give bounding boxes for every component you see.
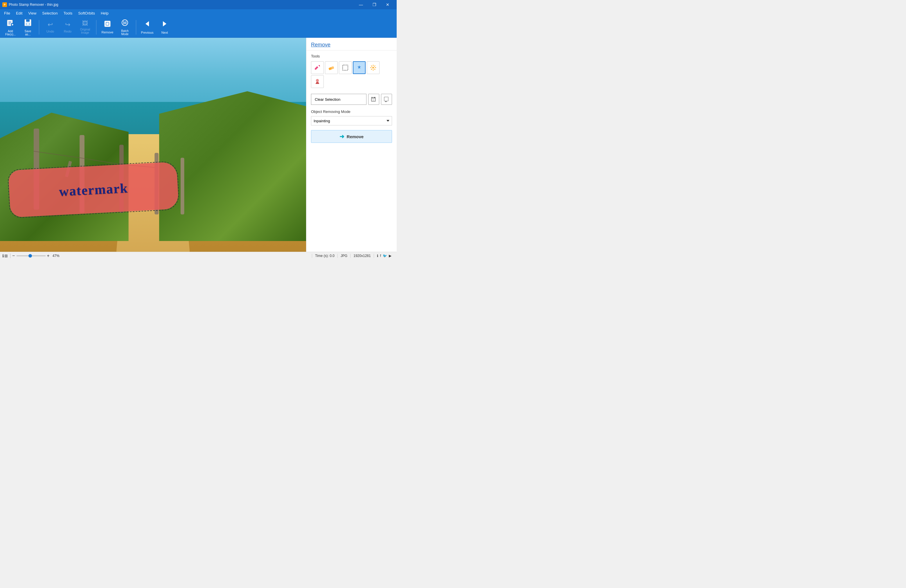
save-selection-button[interactable]	[368, 94, 379, 105]
undo-button[interactable]: ↩ Undo	[42, 19, 58, 36]
zoom-slider[interactable]	[16, 255, 46, 257]
object-removing-mode-label: Object Removing Mode	[311, 110, 392, 114]
save-as-button[interactable]: Saveas...	[20, 19, 36, 36]
next-button[interactable]: Next	[156, 19, 173, 36]
next-label: Next	[161, 31, 168, 34]
zoom-in-icon[interactable]: +	[47, 253, 49, 258]
svg-rect-45	[384, 97, 388, 101]
svg-marker-15	[163, 21, 166, 26]
load-selection-button[interactable]	[381, 94, 392, 105]
add-files-button[interactable]: AddFile(s)...	[2, 19, 19, 36]
svg-rect-10	[27, 23, 29, 25]
eraser-tool-button[interactable]	[325, 61, 338, 74]
main-layout: watermark Remove Tools	[0, 38, 397, 252]
window-title: Photo Stamp Remover - thin.jpg	[9, 3, 58, 7]
minimize-button[interactable]: —	[354, 0, 368, 9]
share-icons: ℹ f 🐦 ▶	[374, 254, 394, 258]
toolbar-sep-1	[39, 20, 39, 35]
svg-point-38	[316, 79, 319, 82]
remove-label-toolbar: Remove	[102, 30, 113, 34]
beach-image: watermark	[0, 38, 306, 252]
brush-tool-button[interactable]	[311, 61, 324, 74]
close-button[interactable]: ✕	[381, 0, 394, 9]
title-bar-left: P Photo Stamp Remover - thin.jpg	[2, 2, 58, 7]
svg-point-37	[372, 67, 374, 69]
title-bar-controls: — ❐ ✕	[354, 0, 394, 9]
toolbar-sep-3	[136, 20, 136, 35]
watermark-overlay: watermark	[9, 166, 178, 213]
menu-bar: File Edit View Selection Tools SoftOrbit…	[0, 9, 397, 17]
remove-action-label: Remove	[347, 134, 364, 139]
remove-icon	[104, 20, 111, 29]
previous-button[interactable]: Previous	[139, 19, 155, 36]
zoom-out-icon[interactable]: −	[12, 253, 15, 258]
svg-line-36	[371, 69, 372, 70]
menu-file[interactable]: File	[1, 10, 13, 16]
dimensions-display: 1920x1281	[350, 254, 373, 258]
menu-help[interactable]: Help	[98, 10, 112, 16]
toolbar-sep-2	[96, 20, 96, 35]
undo-label: Undo	[46, 30, 54, 33]
panel-title: Remove	[311, 42, 330, 48]
previous-icon	[143, 20, 151, 30]
remove-arrow-icon: ➜	[340, 133, 345, 140]
redo-icon: ↪	[65, 21, 70, 29]
svg-line-33	[371, 65, 372, 67]
add-files-icon	[6, 19, 14, 29]
original-image-button[interactable]: 🖼 OriginalImage	[77, 19, 93, 36]
status-bar: ℹ ⊞ − + 47% Time (s): 0.0 JPG 1920x1281 …	[0, 252, 397, 259]
grid-icon[interactable]: ⊞	[4, 253, 8, 258]
remove-button[interactable]: Remove	[99, 19, 116, 36]
magic-wand-tool-button[interactable]	[353, 61, 365, 74]
twitter-icon[interactable]: 🐦	[383, 254, 387, 258]
clear-selection-row: Clear Selection	[311, 94, 392, 105]
zoom-controls: − + 47%	[12, 253, 59, 258]
panel-body: Tools	[306, 51, 397, 252]
add-files-label: AddFile(s)...	[5, 30, 16, 36]
video-icon[interactable]: ▶	[389, 254, 391, 258]
rect-select-tool-button[interactable]	[339, 61, 352, 74]
batch-mode-label: BatchMode	[121, 29, 129, 36]
save-as-label: Saveas...	[25, 30, 31, 36]
original-image-label: OriginalImage	[80, 28, 90, 34]
remove-action-button[interactable]: ➜ Remove	[311, 130, 392, 143]
original-image-icon: 🖼	[82, 20, 88, 27]
batch-mode-button[interactable]: BatchMode	[117, 19, 133, 36]
format-display: JPG	[337, 254, 350, 258]
right-panel: Remove Tools	[306, 38, 397, 252]
auto-wand-tool-button[interactable]	[367, 61, 380, 74]
stamp-tool-button[interactable]	[311, 75, 324, 88]
menu-selection[interactable]: Selection	[39, 10, 61, 16]
tools-grid	[311, 61, 392, 88]
clear-selection-button[interactable]: Clear Selection	[311, 94, 367, 105]
title-bar: P Photo Stamp Remover - thin.jpg — ❐ ✕	[0, 0, 397, 9]
next-icon	[161, 20, 169, 30]
svg-rect-44	[372, 99, 375, 101]
menu-tools[interactable]: Tools	[61, 10, 75, 16]
menu-edit[interactable]: Edit	[13, 10, 25, 16]
redo-button[interactable]: ↪ Redo	[59, 19, 76, 36]
menu-softorbits[interactable]: SoftOrbits	[75, 10, 98, 16]
batch-mode-icon	[121, 19, 129, 28]
save-as-icon	[24, 19, 32, 29]
svg-rect-8	[26, 19, 30, 22]
menu-view[interactable]: View	[25, 10, 39, 16]
zoom-percent: 47%	[53, 254, 59, 258]
facebook-icon[interactable]: f	[380, 254, 381, 258]
previous-label: Previous	[141, 31, 154, 34]
maximize-button[interactable]: ❐	[368, 0, 381, 9]
svg-rect-27	[343, 65, 348, 70]
panel-header: Remove	[306, 38, 397, 51]
app-icon: P	[2, 2, 7, 7]
time-display: Time (s): 0.0	[312, 254, 337, 258]
redo-label: Redo	[64, 30, 72, 33]
canvas-area[interactable]: watermark	[0, 38, 306, 252]
removing-mode-select[interactable]: Inpainting Smart Fill Background	[311, 116, 392, 126]
info-status-icon[interactable]: ℹ	[377, 254, 378, 258]
svg-rect-43	[372, 97, 374, 98]
svg-rect-11	[105, 21, 110, 27]
grass-right-layer	[159, 91, 306, 241]
info-icon[interactable]: ℹ	[2, 253, 4, 258]
toolbar: AddFile(s)... Saveas... ↩ Undo ↪ Redo 🖼 …	[0, 17, 397, 38]
undo-icon: ↩	[48, 21, 53, 29]
